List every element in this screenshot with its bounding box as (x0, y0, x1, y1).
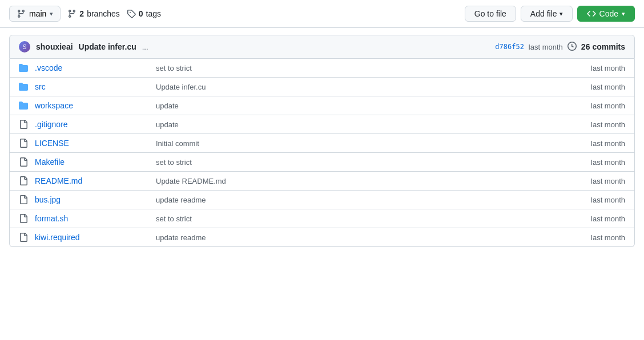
folder-icon (19, 63, 28, 72)
file-icon (19, 195, 28, 204)
file-icon (19, 176, 28, 185)
commit-message[interactable]: Update infer.cu (79, 42, 136, 51)
table-row: Makefileset to strictlast month (10, 153, 634, 172)
file-commit-message: set to strict (156, 64, 567, 72)
go-to-file-button[interactable]: Go to file (465, 6, 516, 22)
file-name[interactable]: bus.jpg (35, 195, 149, 204)
file-name[interactable]: .gitignore (35, 120, 149, 129)
file-time: last month (574, 64, 625, 72)
file-time: last month (574, 196, 625, 204)
file-time: last month (574, 214, 625, 223)
commit-dots: ... (142, 43, 148, 51)
branches-link[interactable]: 2 branches (67, 9, 119, 18)
chevron-down-icon: ▾ (50, 10, 53, 18)
table-row: bus.jpgupdate readmelast month (10, 191, 634, 209)
folder-icon (19, 101, 28, 110)
file-name[interactable]: Makefile (35, 157, 149, 167)
file-name[interactable]: workspace (35, 101, 149, 110)
table-row: kiwi.requiredupdate readmelast month (10, 228, 634, 246)
branch-name: main (29, 9, 46, 18)
file-icon (19, 157, 28, 167)
file-time: last month (574, 83, 625, 91)
toolbar: main ▾ 2 branches 0 tags Go to file Add (0, 0, 644, 28)
folder-icon (19, 82, 28, 91)
avatar: S (19, 41, 30, 52)
file-commit-message: set to strict (156, 214, 567, 223)
table-row: workspaceupdatelast month (10, 96, 634, 115)
tags-label: tags (146, 9, 161, 18)
file-name[interactable]: README.md (35, 176, 149, 185)
table-row: format.shset to strictlast month (10, 209, 634, 228)
branches-icon (67, 9, 77, 18)
commit-right: d786f52 last month 26 commits (495, 42, 625, 52)
table-row: .vscodeset to strictlast month (10, 59, 634, 78)
file-commit-message: Update infer.cu (156, 83, 567, 91)
branches-label: branches (87, 9, 120, 18)
file-icon (19, 214, 28, 223)
file-time: last month (574, 158, 625, 167)
commit-time: last month (529, 43, 563, 51)
repo-container: main ▾ 2 branches 0 tags Go to file Add (0, 0, 644, 340)
code-button[interactable]: Code ▾ (577, 6, 635, 22)
table-row: README.mdUpdate README.mdlast month (10, 172, 634, 191)
file-time: last month (574, 233, 625, 242)
file-commit-message: update readme (156, 196, 567, 204)
file-commit-message: update (156, 102, 567, 110)
commit-author[interactable]: shouxieai (36, 42, 73, 51)
commits-count: 26 commits (581, 42, 625, 51)
tags-link[interactable]: 0 tags (127, 9, 161, 18)
file-icon (19, 233, 28, 242)
toolbar-right: Go to file Add file ▾ Code ▾ (465, 6, 635, 22)
file-icon (19, 120, 28, 129)
file-commit-message: Update README.md (156, 177, 567, 185)
commit-bar: S shouxieai Update infer.cu ... d786f52 … (9, 35, 635, 59)
branch-selector[interactable]: main ▾ (9, 6, 61, 22)
file-commit-message: update readme (156, 233, 567, 242)
tags-count: 0 (139, 9, 143, 18)
code-chevron-icon: ▾ (622, 10, 625, 18)
clock-icon (567, 42, 577, 52)
file-name[interactable]: kiwi.required (35, 233, 149, 242)
file-time: last month (574, 120, 625, 129)
branch-icon (17, 9, 26, 18)
file-commit-message: Initial commit (156, 139, 567, 148)
table-row: LICENSEInitial commitlast month (10, 134, 634, 153)
file-icon (19, 139, 28, 148)
commits-link[interactable]: 26 commits (581, 42, 625, 51)
file-time: last month (574, 177, 625, 185)
file-time: last month (574, 139, 625, 148)
branches-count: 2 (79, 9, 84, 18)
code-icon (587, 9, 596, 18)
add-file-button[interactable]: Add file ▾ (521, 6, 573, 22)
file-commit-message: update (156, 120, 567, 129)
file-table: .vscodeset to strictlast monthsrcUpdate … (9, 59, 635, 247)
file-commit-message: set to strict (156, 158, 567, 167)
table-row: .gitignoreupdatelast month (10, 115, 634, 134)
table-row: srcUpdate infer.culast month (10, 78, 634, 96)
file-name[interactable]: LICENSE (35, 139, 149, 148)
add-file-chevron-icon: ▾ (560, 10, 563, 18)
file-time: last month (574, 102, 625, 110)
tag-icon (127, 9, 136, 18)
file-name[interactable]: src (35, 82, 149, 91)
commit-hash[interactable]: d786f52 (495, 43, 524, 51)
file-name[interactable]: format.sh (35, 214, 149, 223)
file-name[interactable]: .vscode (35, 63, 149, 72)
